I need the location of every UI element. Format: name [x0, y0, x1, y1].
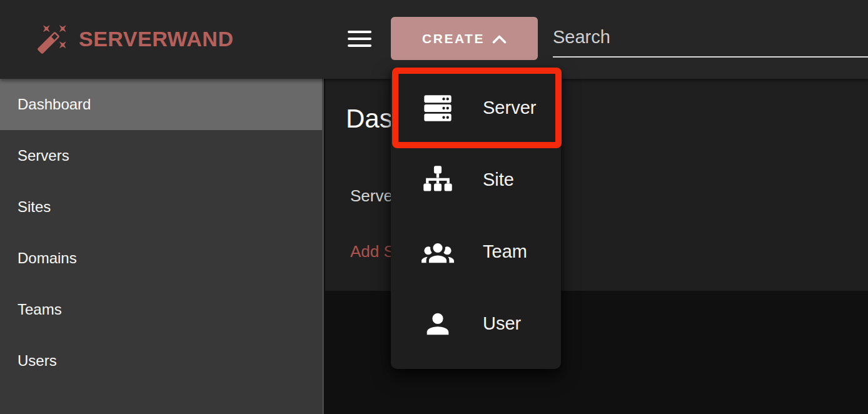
logo-text: SERVERWAND [79, 27, 233, 51]
search-input[interactable] [553, 18, 868, 58]
menu-item-label: Server [483, 98, 536, 118]
hamburger-icon[interactable] [348, 31, 371, 47]
sidebar-item-label: Domains [18, 250, 77, 267]
logo[interactable]: SERVERWAND [36, 23, 233, 55]
server-icon [420, 92, 455, 124]
sitemap-icon [420, 164, 455, 196]
menu-item-label: Site [483, 169, 514, 190]
create-button-label: CREATE [422, 31, 485, 46]
sidebar-item-label: Servers [18, 147, 69, 164]
app-window: SERVERWAND CREATE Dashboard Servers Site… [0, 0, 868, 414]
chevron-up-icon [492, 34, 507, 44]
sidebar-item-dashboard[interactable]: Dashboard [0, 79, 322, 130]
sidebar-item-label: Dashboard [18, 96, 91, 113]
sidebar-item-servers[interactable]: Servers [0, 130, 322, 181]
sidebar-item-label: Sites [18, 198, 51, 216]
create-dropdown-menu: Server Site Team [391, 69, 561, 369]
sidebar: Dashboard Servers Sites Domains Teams Us… [0, 79, 324, 414]
sidebar-item-users[interactable]: Users [0, 335, 322, 386]
sidebar-item-label: Teams [18, 301, 62, 318]
top-header: SERVERWAND CREATE [0, 0, 868, 79]
menu-item-server[interactable]: Server [391, 72, 561, 144]
sidebar-item-label: Users [18, 352, 57, 370]
sidebar-item-teams[interactable]: Teams [0, 284, 322, 335]
user-icon [420, 308, 455, 340]
menu-item-user[interactable]: User [391, 288, 561, 360]
menu-item-site[interactable]: Site [391, 144, 561, 216]
magic-wand-icon [36, 23, 69, 55]
team-icon [420, 236, 455, 268]
sidebar-item-domains[interactable]: Domains [0, 233, 322, 284]
create-button[interactable]: CREATE [391, 17, 538, 60]
menu-item-team[interactable]: Team [391, 216, 561, 288]
menu-item-label: User [483, 313, 521, 334]
sidebar-item-sites[interactable]: Sites [0, 181, 322, 233]
menu-item-label: Team [483, 241, 527, 262]
